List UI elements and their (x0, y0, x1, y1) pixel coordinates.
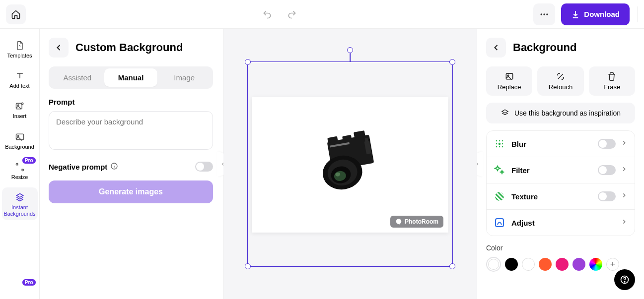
artboard[interactable]: PhotoRoom (252, 97, 448, 233)
pro-badge: Pro (22, 279, 36, 286)
resize-handle-br[interactable] (449, 263, 455, 269)
filter-toggle[interactable] (598, 165, 616, 175)
right-panel: Background Replace Retouch Erase Use thi… (477, 29, 644, 299)
option-label: Filter (511, 166, 598, 175)
tab-manual[interactable]: Manual (104, 68, 158, 87)
resize-handle-bl[interactable] (245, 263, 251, 269)
sidebar-item-insert[interactable]: Insert (2, 96, 38, 122)
option-label: Blur (511, 140, 598, 148)
svg-point-30 (499, 146, 501, 148)
sidebar-item-label: Insert (13, 113, 27, 120)
resize-handle-tr[interactable] (449, 59, 455, 65)
option-adjust[interactable]: Adjust (487, 210, 635, 236)
back-button[interactable] (49, 38, 69, 58)
tab-group: Assisted Manual Image (49, 66, 213, 89)
action-label: Retouch (549, 83, 572, 91)
swatch-purple[interactable] (572, 258, 585, 271)
sidebar-item-label: Add text (9, 83, 29, 89)
sidebar-item-label: Instant Backgrounds (3, 204, 35, 217)
sidebar-item-label: Background (5, 144, 34, 150)
tab-assisted[interactable]: Assisted (51, 68, 104, 87)
svg-point-29 (496, 146, 498, 148)
collapse-right-panel[interactable] (477, 152, 483, 177)
swatch-selected[interactable] (486, 257, 501, 272)
chevron-right-icon (621, 166, 628, 175)
erase-button[interactable]: Erase (589, 66, 635, 96)
action-label: Erase (603, 83, 620, 91)
help-button[interactable] (614, 269, 635, 290)
sidebar-item-label: Templates (7, 53, 32, 59)
watermark: PhotoRoom (390, 216, 443, 228)
option-label: Adjust (511, 219, 621, 227)
blur-toggle[interactable] (598, 139, 616, 149)
sidebar: Templates Add text Insert Background Pro… (0, 29, 40, 299)
svg-point-25 (502, 140, 503, 142)
svg-point-31 (502, 146, 503, 148)
inspiration-label: Use this background as inspiration (514, 109, 621, 117)
pro-badge: Pro (22, 157, 36, 164)
chevron-right-icon (621, 218, 628, 227)
download-button[interactable]: Download (561, 3, 630, 25)
svg-rect-21 (506, 73, 512, 79)
prompt-input[interactable] (49, 111, 213, 150)
sidebar-item-background[interactable]: Background (2, 127, 38, 153)
top-divider (638, 6, 638, 22)
sidebar-item-instant-backgrounds[interactable]: Instant Backgrounds (2, 187, 38, 220)
option-texture[interactable]: Texture (487, 183, 635, 210)
sidebar-item-templates[interactable]: Templates (2, 36, 38, 62)
chevron-right-icon (621, 192, 628, 201)
left-panel: Custom Background Assisted Manual Image … (40, 29, 223, 299)
panel-title: Custom Background (75, 41, 183, 54)
swatch-orange[interactable] (539, 258, 552, 271)
negative-prompt-toggle[interactable] (195, 162, 213, 172)
redo-button[interactable] (284, 6, 300, 22)
swatch-rainbow[interactable] (589, 258, 602, 271)
option-filter[interactable]: Filter (487, 157, 635, 183)
svg-point-23 (496, 140, 498, 142)
color-label: Color (486, 244, 635, 252)
swatch-black[interactable] (505, 258, 518, 271)
svg-point-26 (496, 143, 498, 145)
camera-image[interactable] (308, 126, 392, 196)
panel-title: Background (513, 41, 576, 54)
svg-point-24 (499, 140, 501, 142)
replace-button[interactable]: Replace (486, 66, 532, 96)
more-button[interactable] (533, 3, 555, 25)
texture-toggle[interactable] (598, 191, 616, 201)
retouch-button[interactable]: Retouch (537, 66, 583, 96)
svg-point-1 (544, 13, 545, 15)
sidebar-item-add-text[interactable]: Add text (2, 66, 38, 92)
sidebar-item-label: Resize (11, 174, 28, 180)
home-button[interactable] (6, 4, 26, 24)
sidebar-item-partial[interactable]: Pro (2, 279, 38, 299)
action-label: Replace (498, 83, 521, 91)
negative-prompt-label: Negative prompt (49, 163, 107, 171)
download-label: Download (584, 10, 620, 18)
rotate-handle[interactable] (347, 47, 353, 53)
selection-box[interactable]: PhotoRoom (247, 61, 453, 267)
option-blur[interactable]: Blur (487, 131, 635, 157)
tab-image[interactable]: Image (157, 68, 211, 87)
sidebar-item-resize[interactable]: Pro Resize (2, 157, 38, 183)
swatch-pink[interactable] (556, 258, 569, 271)
add-color-button[interactable]: + (606, 258, 619, 271)
filter-icon (494, 164, 505, 176)
generate-button[interactable]: Generate images (49, 180, 213, 203)
inspiration-button[interactable]: Use this background as inspiration (486, 103, 635, 123)
texture-icon (494, 190, 505, 202)
svg-point-28 (502, 143, 503, 145)
watermark-label: PhotoRoom (405, 218, 438, 225)
resize-handle-tl[interactable] (245, 59, 251, 65)
swatch-white[interactable] (522, 258, 535, 271)
svg-point-35 (624, 281, 625, 282)
info-icon[interactable] (110, 162, 118, 172)
svg-point-0 (541, 13, 542, 15)
canvas[interactable]: PhotoRoom (223, 29, 477, 299)
svg-rect-3 (16, 104, 22, 110)
undo-button[interactable] (259, 6, 275, 22)
option-label: Texture (511, 192, 598, 201)
chevron-right-icon (621, 139, 628, 148)
blur-icon (494, 138, 505, 150)
back-button[interactable] (486, 38, 506, 58)
svg-point-27 (499, 143, 501, 145)
